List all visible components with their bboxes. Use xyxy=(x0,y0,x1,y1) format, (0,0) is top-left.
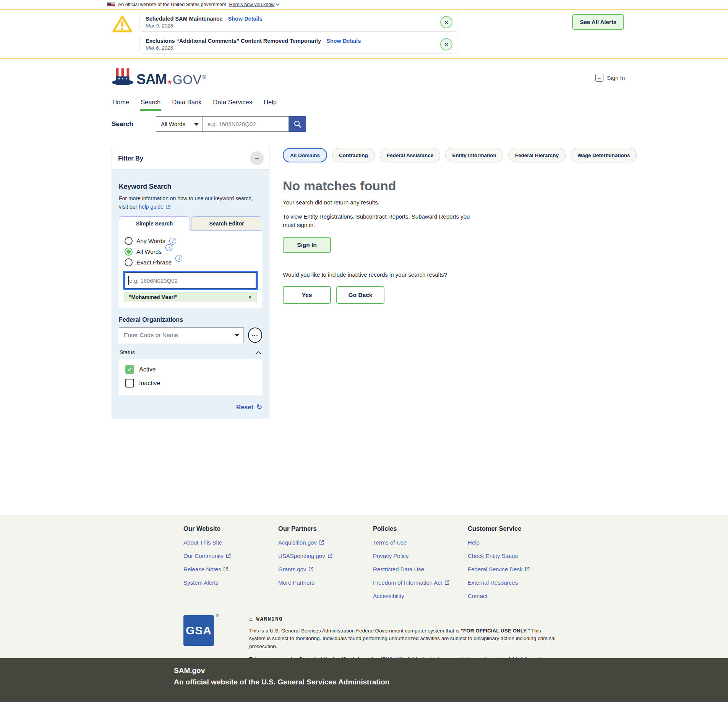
radio-all-words[interactable] xyxy=(125,248,133,256)
alert-close-button[interactable]: ✕ xyxy=(440,16,452,28)
footer-link-terms-of-use[interactable]: Terms of Use xyxy=(373,539,468,546)
main-nav: Home Search Data Bank Data Services Help xyxy=(0,93,728,111)
keyword-input[interactable] xyxy=(125,272,256,289)
reset-filters[interactable]: Reset ↻ xyxy=(119,403,262,411)
status-option-inactive: Inactive xyxy=(125,379,256,387)
footer-link-external-resources[interactable]: External Resources xyxy=(468,579,563,586)
domain-chip-federal-assistance[interactable]: Federal Assistance xyxy=(380,148,441,162)
go-back-button[interactable]: Go Back xyxy=(336,286,384,304)
info-icon[interactable]: i xyxy=(165,244,172,251)
alert-close-button[interactable]: ✕ xyxy=(440,38,452,50)
checkbox-inactive[interactable] xyxy=(125,379,134,387)
federal-orgs-combobox[interactable]: Enter Code or Name xyxy=(119,327,243,343)
filter-by-title: Filter By xyxy=(118,155,143,162)
radio-exact-phrase[interactable] xyxy=(125,258,133,266)
see-all-alerts-button[interactable]: See All Alerts xyxy=(572,14,624,30)
reset-label: Reset xyxy=(236,404,253,411)
filter-panel: Filter By − Keyword Search For more info… xyxy=(112,147,269,418)
footer-link-more-partners[interactable]: More Partners xyxy=(278,579,373,586)
show-details-link[interactable]: Show Details xyxy=(228,16,262,22)
footer-link-accessibility[interactable]: Accessibility xyxy=(373,593,468,599)
close-icon: ✕ xyxy=(444,42,449,47)
collapse-filters-button[interactable]: − xyxy=(250,151,264,165)
footer-link-our-community[interactable]: Our Community xyxy=(183,553,278,559)
bottom-official-line: An official website of the U.S. General … xyxy=(174,678,728,686)
star-icon: ★ xyxy=(167,79,172,86)
footer-columns: Our Website About This Site Our Communit… xyxy=(183,525,728,606)
nav-item-home[interactable]: Home xyxy=(112,95,130,111)
status-section-header[interactable]: Status xyxy=(120,349,261,355)
tab-search-editor[interactable]: Search Editor xyxy=(191,216,262,231)
domain-filter-chips: All Domains Contracting Federal Assistan… xyxy=(283,148,637,162)
warning-paragraph-1: This is a U.S. General Services Administ… xyxy=(249,627,557,650)
footer-link-release-notes[interactable]: Release Notes xyxy=(183,566,278,572)
ellipsis-icon: ··· xyxy=(251,332,258,339)
warning-sign-icon: ⚠ xyxy=(249,615,253,622)
sign-in-icon: ← xyxy=(595,74,603,82)
gsa-warning-section: GSA ® ⚠ WARNING This is a U.S. General S… xyxy=(183,615,728,658)
no-matches-title: No matches found xyxy=(283,178,637,193)
search-mode-select[interactable]: All Words xyxy=(156,116,203,132)
logo-wordmark: SAM ★ GOV ® xyxy=(136,71,206,88)
alert-scheduled-maintenance: Scheduled SAM Maintenance Show Details M… xyxy=(139,13,458,32)
header-sign-in-link[interactable]: ← Sign In xyxy=(595,74,625,82)
search-input[interactable] xyxy=(203,116,289,132)
include-inactive-question: Would you like to include inactive recor… xyxy=(283,271,637,278)
yes-button[interactable]: Yes xyxy=(283,286,331,304)
footer-link-system-alerts[interactable]: System Alerts xyxy=(183,579,278,586)
footer-col-policies: Policies Terms of Use Privacy Policy Res… xyxy=(373,525,468,606)
domain-chip-entity-information[interactable]: Entity Information xyxy=(445,148,503,162)
footer-link-foia[interactable]: Freedom of Information Act xyxy=(373,579,468,586)
external-link-icon xyxy=(319,540,324,545)
minus-icon: − xyxy=(255,154,259,162)
domain-chip-all-domains[interactable]: All Domains xyxy=(283,148,327,162)
bottom-site-name: SAM.gov xyxy=(174,666,728,675)
tab-simple-search[interactable]: Simple Search xyxy=(119,216,190,231)
remove-chip-button[interactable]: ✕ xyxy=(248,294,252,300)
info-icon[interactable]: i xyxy=(175,255,182,262)
domain-chip-federal-hierarchy[interactable]: Federal Hierarchy xyxy=(508,148,566,162)
footer-col-customer-service: Customer Service Help Check Entity Statu… xyxy=(468,525,563,606)
uncle-sam-hat-icon xyxy=(112,68,134,88)
heres-how-you-know-link[interactable]: Here’s how you know xyxy=(229,2,280,7)
footer-link-help[interactable]: Help xyxy=(468,539,563,546)
search-submit-button[interactable] xyxy=(289,116,306,132)
warning-triangle-icon xyxy=(112,14,133,34)
registered-mark: ® xyxy=(216,614,219,618)
sam-gov-logo[interactable]: SAM ★ GOV ® xyxy=(112,68,206,88)
alert-title: Exclusions “Additional Comments” Content… xyxy=(146,38,321,44)
nav-item-data-bank[interactable]: Data Bank xyxy=(171,95,202,111)
footer-link-privacy-policy[interactable]: Privacy Policy xyxy=(373,553,468,559)
radio-row-all-words: All Words i xyxy=(125,248,256,256)
nav-item-search[interactable]: Search xyxy=(140,95,161,111)
main-content: Filter By − Keyword Search For more info… xyxy=(0,139,728,515)
footer-link-federal-service-desk[interactable]: Federal Service Desk xyxy=(468,566,563,572)
alert-exclusions: Exclusions “Additional Comments” Content… xyxy=(139,35,458,54)
checkbox-active[interactable]: ✓ xyxy=(125,365,134,374)
gov-banner: An official website of the United States… xyxy=(0,0,728,10)
info-icon[interactable]: i xyxy=(169,238,176,245)
radio-any-words[interactable] xyxy=(125,237,133,245)
nav-item-data-services[interactable]: Data Services xyxy=(212,95,253,111)
help-guide-link[interactable]: help guide xyxy=(139,203,170,211)
footer-link-about-this-site[interactable]: About This Site xyxy=(183,539,278,546)
warning-paragraph-2: This system contains Controlled Unclassi… xyxy=(249,655,557,658)
footer-link-usaspending-gov[interactable]: USASpending.gov xyxy=(278,553,373,559)
footer-link-acquisition-gov[interactable]: Acquisition.gov xyxy=(278,539,373,546)
nav-item-help[interactable]: Help xyxy=(263,95,277,111)
refresh-icon: ↻ xyxy=(256,403,262,411)
alert-date: Mar 6, 2026 xyxy=(146,45,433,51)
footer-link-contact[interactable]: Contact xyxy=(468,593,563,599)
footer-link-check-entity-status[interactable]: Check Entity Status xyxy=(468,553,563,559)
footer-link-grants-gov[interactable]: Grants.gov xyxy=(278,566,373,572)
keyword-input-wrap xyxy=(125,272,256,289)
sign-in-button[interactable]: Sign In xyxy=(283,237,331,253)
footer-link-restricted-data-use[interactable]: Restricted Data Use xyxy=(373,566,468,572)
external-link-icon xyxy=(444,580,449,585)
filter-panel-header: Filter By − xyxy=(112,147,269,170)
external-link-icon xyxy=(308,567,313,572)
domain-chip-wage-determinations[interactable]: Wage Determinations xyxy=(571,148,637,162)
domain-chip-contracting[interactable]: Contracting xyxy=(332,148,375,162)
show-details-link[interactable]: Show Details xyxy=(326,38,361,44)
more-options-button[interactable]: ··· xyxy=(248,327,262,343)
